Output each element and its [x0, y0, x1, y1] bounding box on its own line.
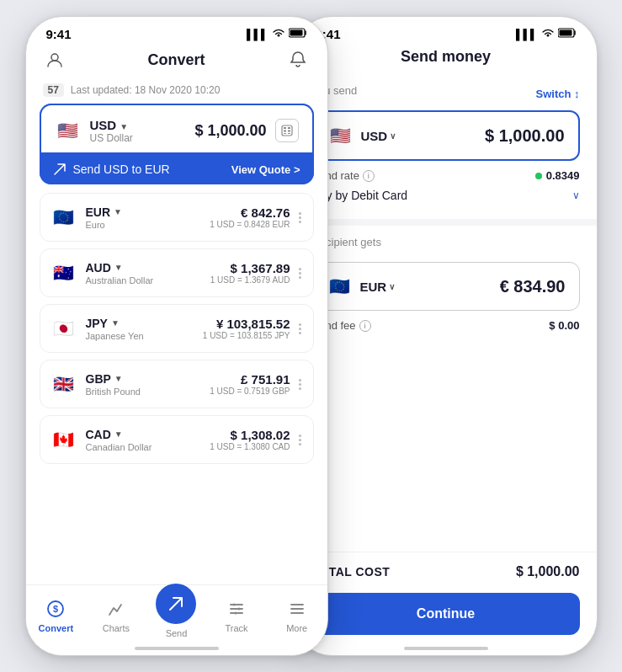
- usd-info: USD ▼ US Dollar: [90, 118, 133, 144]
- svg-rect-9: [288, 133, 290, 134]
- nav-charts[interactable]: Charts: [91, 597, 141, 633]
- currency-name-4: Canadian Dollar: [86, 442, 152, 452]
- currency-code-3: GBP ▼: [86, 372, 141, 386]
- green-dot-icon: [535, 173, 542, 179]
- svg-point-2: [51, 54, 58, 61]
- usd-name: US Dollar: [90, 132, 133, 144]
- currency-amount-0: € 842.76 1 USD = 0.8428 EUR: [210, 205, 290, 229]
- more-dots-4[interactable]: [297, 433, 303, 447]
- time-left: 9:41: [46, 27, 72, 41]
- svg-rect-6: [284, 131, 286, 132]
- view-quote-btn[interactable]: View Quote >: [231, 163, 300, 176]
- currency-right-4: $ 1,308.02 1 USD = 1.3080 CAD: [210, 428, 302, 451]
- currency-name-1: Australian Dollar: [86, 275, 154, 285]
- recipient-dropdown-arrow: ∨: [389, 282, 395, 291]
- currency-right-2: ¥ 103,815.52 1 USD = 103.8155 JPY: [203, 317, 303, 340]
- signal-icon-right: ▌▌▌: [516, 29, 538, 40]
- page-title-right: Send money: [401, 48, 491, 66]
- svg-point-13: [238, 608, 241, 611]
- more-dots-1[interactable]: [297, 266, 303, 280]
- switch-button[interactable]: Switch ↕: [535, 88, 579, 100]
- currency-item-left-0: 🇪🇺 EUR ▼ Euro: [51, 204, 122, 231]
- wifi-icon: [272, 28, 285, 40]
- more-dots-3[interactable]: [297, 377, 303, 392]
- calculator-icon[interactable]: [275, 119, 299, 142]
- more-dots-0[interactable]: [297, 211, 303, 225]
- currency-amount-3: £ 751.91 1 USD = 0.7519 GBP: [210, 372, 290, 396]
- recipient-header: Recipient gets: [312, 236, 580, 255]
- svg-rect-5: [288, 127, 290, 129]
- nav-more[interactable]: More: [272, 597, 322, 633]
- send-dropdown-arrow: ∨: [390, 131, 396, 141]
- recipient-currency: 🇪🇺 EUR ∨: [327, 273, 396, 300]
- currency-amount-1: $ 1,367.89 1 USD = 1.3679 AUD: [210, 261, 290, 285]
- svg-text:$: $: [53, 604, 58, 614]
- usd-dropdown-arrow: ▼: [120, 122, 128, 131]
- currency-list: 🇪🇺 EUR ▼ Euro € 842.76 1 USD = 0.8428 EU…: [26, 193, 327, 479]
- currency-item-left-2: 🇯🇵 JPY ▼ Japanese Yen: [51, 315, 144, 342]
- battery-icon: [289, 28, 307, 40]
- svg-rect-3: [282, 125, 292, 136]
- flag-3: 🇬🇧: [51, 371, 77, 397]
- battery-icon-right: [558, 28, 577, 40]
- currency-item-left-4: 🇨🇦 CAD ▼ Canadian Dollar: [51, 426, 152, 453]
- recipient-amount-card[interactable]: 🇪🇺 EUR ∨ € 834.90: [312, 262, 580, 311]
- pay-method-row[interactable]: Pay by Debit Card ∨: [312, 185, 580, 209]
- svg-point-14: [235, 612, 237, 615]
- currency-list-item-4[interactable]: 🇨🇦 CAD ▼ Canadian Dollar $ 1,308.02 1 US…: [40, 415, 314, 464]
- main-amount-row: $ 1,000.00: [194, 119, 298, 142]
- currency-info-4: CAD ▼ Canadian Dollar: [86, 428, 152, 452]
- usd-code: USD ▼: [90, 118, 133, 132]
- status-icons-right: ▌▌▌: [516, 28, 577, 40]
- page-title-left: Convert: [147, 51, 205, 69]
- send-code: USD ∨: [361, 129, 396, 143]
- currency-right-1: $ 1,367.89 1 USD = 1.3679 AUD: [210, 261, 303, 285]
- main-amount: $ 1,000.00: [194, 122, 266, 140]
- fee-info-icon[interactable]: i: [359, 320, 371, 332]
- currency-right-3: £ 751.91 1 USD = 0.7519 GBP: [210, 372, 302, 396]
- total-cost-bar: TOTAL COST $ 1,000.00: [295, 552, 597, 591]
- svg-rect-7: [288, 131, 290, 132]
- currency-item-left-3: 🇬🇧 GBP ▼ British Pound: [51, 371, 141, 397]
- continue-button[interactable]: Continue: [312, 593, 580, 635]
- send-section-header: You send Switch ↕: [312, 84, 580, 104]
- status-icons-left: ▌▌▌: [247, 28, 307, 40]
- svg-rect-8: [284, 133, 286, 134]
- more-dots-2[interactable]: [297, 322, 303, 336]
- nav-more-label: More: [286, 623, 307, 633]
- rate-info-icon[interactable]: i: [363, 170, 375, 182]
- currency-code-1: AUD ▼: [86, 261, 154, 275]
- currency-name-0: Euro: [86, 220, 122, 230]
- currency-list-item-2[interactable]: 🇯🇵 JPY ▼ Japanese Yen ¥ 103,815.52 1 USD…: [40, 304, 314, 353]
- currency-list-item-0[interactable]: 🇪🇺 EUR ▼ Euro € 842.76 1 USD = 0.8428 EU…: [40, 193, 314, 242]
- nav-charts-label: Charts: [103, 623, 130, 633]
- nav-track[interactable]: Track: [211, 597, 262, 633]
- recipient-amount-value: € 834.90: [500, 277, 566, 296]
- nav-convert[interactable]: $ Convert: [30, 597, 81, 633]
- track-icon: [216, 597, 257, 621]
- main-currency-left: 🇺🇸 USD ▼ US Dollar: [55, 117, 133, 144]
- nav-send-label: Send: [166, 628, 188, 638]
- recipient-code: EUR ∨: [360, 280, 396, 294]
- header-left: Convert: [26, 45, 327, 80]
- currency-list-item-1[interactable]: 🇦🇺 AUD ▼ Australian Dollar $ 1,367.89 1 …: [40, 248, 314, 297]
- send-quote-row[interactable]: Send USD to EUR View Quote >: [40, 154, 314, 184]
- nav-send[interactable]: Send: [151, 592, 201, 638]
- svg-rect-1: [290, 30, 302, 36]
- svg-rect-4: [284, 127, 286, 129]
- send-amount-card[interactable]: 🇺🇸 USD ∨ $ 1,000.00: [312, 110, 580, 161]
- send-fee-row: Send fee i $ 0.00: [312, 311, 580, 335]
- main-currency-card[interactable]: 🇺🇸 USD ▼ US Dollar $ 1,000.00: [40, 104, 314, 184]
- update-text: Last updated: 18 Nov 2020 10:20: [71, 84, 220, 96]
- currency-amount-2: ¥ 103,815.52 1 USD = 103.8155 JPY: [203, 317, 290, 340]
- currency-right-0: € 842.76 1 USD = 0.8428 EUR: [210, 205, 302, 229]
- svg-rect-16: [559, 30, 571, 36]
- bell-icon[interactable]: [286, 48, 310, 72]
- currency-amount-4: $ 1,308.02 1 USD = 1.3080 CAD: [210, 428, 290, 451]
- nav-convert-label: Convert: [39, 623, 74, 633]
- send-fab-icon[interactable]: [156, 584, 196, 624]
- profile-icon[interactable]: [43, 48, 66, 72]
- currency-list-item-3[interactable]: 🇬🇧 GBP ▼ British Pound £ 751.91 1 USD = …: [40, 360, 314, 408]
- charts-icon: [96, 597, 136, 621]
- status-bar-left: 9:41 ▌▌▌: [26, 17, 327, 45]
